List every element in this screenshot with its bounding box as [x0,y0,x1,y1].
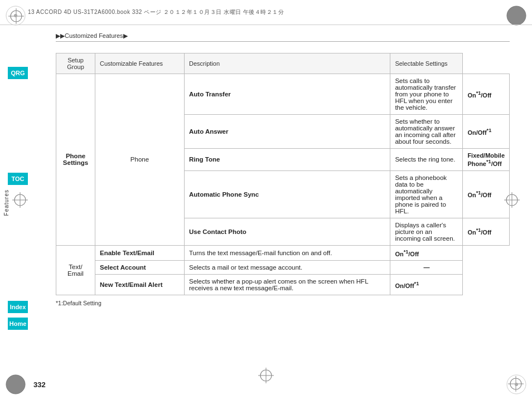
file-info-text: 13 ACCORD 4D US-31T2A6000.book 332 ページ ２… [28,8,284,16]
table-row: PhoneSettings Phone Auto Transfer Sets c… [56,74,510,115]
sidebar-toc-tab[interactable]: TOC [8,173,28,185]
feature-new-text-email-alert: New Text/Email Alert [95,275,185,295]
setting-ring-tone: Fixed/MobilePhone*1/Off [463,149,510,171]
left-center-crosshair [12,192,28,208]
footnote: *1:Default Setting [56,300,510,306]
feature-ring-tone: Ring Tone [185,149,390,171]
table-row: Text/Email Enable Text/Email Turns the t… [56,245,510,261]
setting-automatic-phone-sync: On*1/Off [463,170,510,218]
setting-auto-answer: On/Off*1 [463,115,510,149]
desc-auto-transfer: Sets calls to automatically transfer fro… [390,74,463,115]
table-row: New Text/Email Alert Selects whether a p… [56,275,510,295]
th-customizable-features: Customizable Features [95,53,185,74]
desc-ring-tone: Selects the ring tone. [390,149,463,171]
breadcrumb-text: ▶▶Customized Features▶ [56,32,128,40]
setting-new-text-email-alert: On/Off*1 [390,275,463,295]
feature-select-account: Select Account [95,261,185,275]
setting-auto-transfer: On*1/Off [463,74,510,115]
setting-enable-text-email: On*1/Off [390,245,463,261]
table-row: Select Account Selects a mail or text me… [56,261,510,275]
breadcrumb: ▶▶Customized Features▶ [56,31,510,42]
page-number: 332 [33,381,46,389]
setting-select-account: — [390,261,463,275]
desc-enable-text-email: Turns the text message/E-mail function o… [185,245,390,261]
svg-point-17 [515,383,518,386]
setup-group-phone-settings: PhoneSettings [56,74,95,246]
sidebar-features-label: Features [3,189,9,216]
feature-auto-transfer: Auto Transfer [185,74,390,115]
feature-automatic-phone-sync: Automatic Phone Sync [185,170,390,218]
sidebar-index-tab[interactable]: Index [8,301,28,313]
desc-use-contact-photo: Displays a caller's picture on an incomi… [390,218,463,245]
feature-enable-text-email: Enable Text/Email [95,245,185,261]
feature-use-contact-photo: Use Contact Photo [185,218,390,245]
bottom-left-circle-deco [4,373,27,396]
desc-select-account: Selects a mail or text message account. [185,261,390,275]
sidebar-qrg-tab[interactable]: QRG [8,67,28,79]
th-description: Description [185,53,390,74]
header-bar: 13 ACCORD 4D US-31T2A6000.book 332 ページ ２… [0,0,532,25]
sub-group-text-email: Text/Email [56,245,95,295]
desc-auto-answer: Sets whether to automatically answer an … [390,115,463,149]
feature-auto-answer: Auto Answer [185,115,390,149]
th-selectable-settings: Selectable Settings [390,53,463,74]
features-table: SetupGroup Customizable Features Descrip… [56,53,510,295]
desc-automatic-phone-sync: Sets a phonebook data to be automaticall… [390,170,463,218]
sub-group-phone: Phone [95,74,185,246]
th-setup-group: SetupGroup [56,53,95,74]
svg-point-15 [6,375,25,394]
sidebar-home-tab[interactable]: Home [8,318,28,330]
main-content: SetupGroup Customizable Features Descrip… [56,47,510,378]
setting-use-contact-photo: On*1/Off [463,218,510,245]
desc-new-text-email-alert: Selects whether a pop-up alert comes on … [185,275,390,295]
